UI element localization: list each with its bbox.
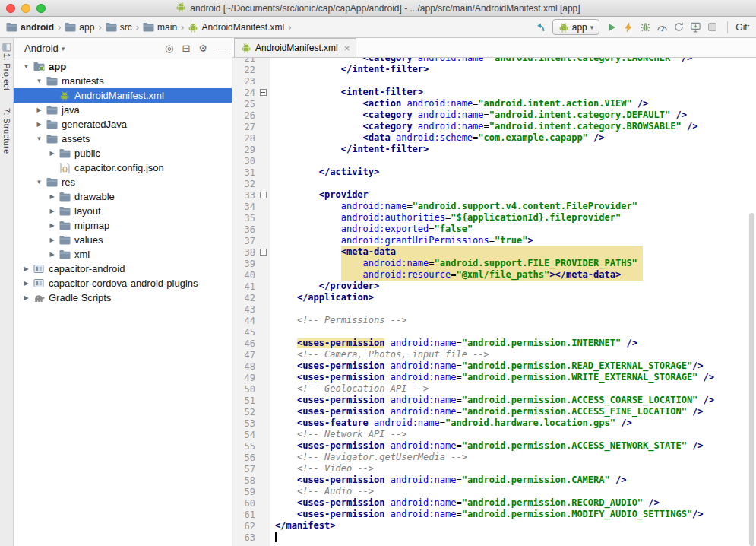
- close-window-button[interactable]: [6, 4, 15, 13]
- chevron-collapsed-icon[interactable]: ▶: [46, 251, 58, 258]
- code-line[interactable]: </intent-filter>: [275, 144, 747, 155]
- line-number[interactable]: 61: [232, 509, 255, 520]
- code-line[interactable]: android:grantUriPermissions="true">: [275, 235, 747, 246]
- line-number[interactable]: 36: [232, 224, 255, 235]
- tree-item-mipmap[interactable]: ▶mipmap: [14, 218, 232, 233]
- code-line[interactable]: [275, 326, 747, 338]
- line-number[interactable]: 42: [232, 293, 255, 303]
- line-number[interactable]: 57: [232, 464, 255, 475]
- chevron-collapsed-icon[interactable]: ▶: [46, 222, 58, 229]
- code-line[interactable]: <meta-data: [275, 246, 747, 258]
- line-number[interactable]: 30: [232, 156, 255, 167]
- line-number[interactable]: 24: [232, 87, 255, 98]
- chevron-collapsed-icon[interactable]: ▶: [33, 106, 45, 113]
- breadcrumb-item[interactable]: AndroidManifest.xml: [186, 21, 286, 33]
- line-number[interactable]: 62: [232, 521, 255, 532]
- tree-item-layout[interactable]: ▶layout: [14, 204, 232, 218]
- code-line[interactable]: [275, 75, 747, 87]
- code-line[interactable]: </activity>: [275, 167, 747, 178]
- line-number[interactable]: 34: [232, 202, 255, 212]
- locate-icon[interactable]: ◎: [165, 43, 173, 54]
- code-line[interactable]: <category android:name="android.intent.c…: [275, 110, 747, 121]
- run-configuration-select[interactable]: app ▾: [552, 19, 600, 35]
- code-line[interactable]: <uses-permission android:name="android.p…: [275, 395, 747, 406]
- tree-item-java[interactable]: ▶java: [14, 103, 232, 117]
- line-number[interactable]: 43: [232, 304, 255, 315]
- code-line[interactable]: <intent-filter>: [275, 87, 747, 98]
- line-number[interactable]: 44: [232, 316, 255, 326]
- project-tool-button[interactable]: 1: Project: [2, 53, 11, 90]
- editor-scrollbar[interactable]: [748, 58, 755, 546]
- code-line[interactable]: android:resource="@xml/file_paths"></met…: [275, 269, 747, 281]
- code-line[interactable]: <category android:name="android.intent.c…: [275, 121, 747, 132]
- attach-debugger-button[interactable]: [688, 20, 703, 35]
- tree-item-capacitor-cordova-android-plugins[interactable]: ▶capacitor-cordova-android-plugins: [14, 276, 232, 290]
- line-number[interactable]: 60: [232, 498, 255, 509]
- code-line[interactable]: <uses-permission android:name="android.p…: [275, 360, 747, 372]
- line-number[interactable]: 48: [232, 361, 255, 372]
- debug-button[interactable]: [637, 20, 653, 35]
- chevron-expanded-icon[interactable]: ▼: [21, 63, 32, 70]
- chevron-expanded-icon[interactable]: ▼: [33, 179, 45, 186]
- tree-item-gradle-scripts[interactable]: ▶Gradle Scripts: [14, 290, 232, 305]
- code-line[interactable]: android:authorities="${applicationId}.fi…: [275, 212, 747, 224]
- code-line[interactable]: <uses-permission android:name="android.p…: [275, 406, 747, 417]
- code-line[interactable]: <provider: [275, 189, 747, 201]
- tree-item-res[interactable]: ▼res: [14, 175, 232, 189]
- settings-gear-icon[interactable]: ⚙: [198, 43, 207, 54]
- line-number[interactable]: 46: [232, 338, 255, 349]
- line-number[interactable]: 54: [232, 430, 255, 440]
- fold-marker-icon[interactable]: [260, 192, 267, 198]
- line-number[interactable]: 37: [232, 236, 255, 246]
- code-line[interactable]: [275, 155, 747, 167]
- line-number[interactable]: 32: [232, 179, 255, 189]
- code-line[interactable]: <uses-feature android:name="android.hard…: [275, 417, 747, 429]
- chevron-expanded-icon[interactable]: ▼: [33, 78, 45, 84]
- line-number[interactable]: 47: [232, 350, 255, 360]
- fold-marker-icon[interactable]: [260, 249, 267, 256]
- line-number[interactable]: 50: [232, 384, 255, 395]
- sync-gradle-button[interactable]: [671, 20, 686, 35]
- tree-item-generatedjava[interactable]: ▶generatedJava: [14, 117, 232, 132]
- line-number[interactable]: 55: [232, 441, 255, 452]
- breadcrumb-item[interactable]: android: [5, 21, 55, 33]
- line-number[interactable]: 31: [232, 167, 255, 178]
- code-line[interactable]: <!-- Permissions -->: [275, 315, 747, 326]
- line-number[interactable]: 35: [232, 213, 255, 224]
- apply-changes-button[interactable]: [621, 20, 636, 35]
- code-line[interactable]: <uses-permission android:name="android.p…: [275, 509, 747, 520]
- line-number[interactable]: 33: [232, 190, 255, 201]
- code-line[interactable]: android:name="android.support.v4.content…: [275, 201, 747, 212]
- code-line[interactable]: </provider>: [275, 281, 747, 292]
- line-number[interactable]: 25: [232, 99, 255, 110]
- code-line[interactable]: [275, 178, 747, 189]
- code-line[interactable]: <data android:scheme="com.example.capapp…: [275, 132, 747, 144]
- minimize-window-button[interactable]: [21, 4, 30, 13]
- tree-item-public[interactable]: ▶public: [14, 146, 232, 160]
- code-line[interactable]: <!-- Navigator.getUserMedia -->: [275, 452, 747, 463]
- code-line[interactable]: <action android:name="android.intent.act…: [275, 98, 747, 110]
- code-line[interactable]: [275, 303, 747, 315]
- code-line[interactable]: <!-- Audio -->: [275, 486, 747, 497]
- code-line[interactable]: <uses-permission android:name="android.p…: [275, 338, 747, 349]
- code-line[interactable]: [275, 532, 747, 543]
- stop-button[interactable]: [704, 20, 720, 35]
- tree-item-drawable[interactable]: ▶drawable: [14, 189, 232, 204]
- chevron-expanded-icon[interactable]: ▼: [33, 135, 45, 142]
- chevron-collapsed-icon[interactable]: ▶: [46, 193, 58, 200]
- line-number[interactable]: 40: [232, 270, 255, 281]
- line-number[interactable]: 22: [232, 65, 255, 75]
- tree-item-manifests[interactable]: ▼manifests: [14, 74, 232, 88]
- collapse-all-icon[interactable]: ⊟: [182, 43, 190, 54]
- tree-item-app[interactable]: ▼app: [14, 59, 232, 74]
- line-number[interactable]: 26: [232, 110, 255, 121]
- code-line[interactable]: <!-- Network API -->: [275, 429, 747, 440]
- tab-androidmanifest[interactable]: AndroidManifest.xml ×: [234, 38, 356, 57]
- line-number[interactable]: 23: [232, 76, 255, 87]
- project-view-selector[interactable]: Android ▾: [24, 43, 65, 54]
- code-line[interactable]: <!-- Camera, Photos, input file -->: [275, 349, 747, 360]
- line-number[interactable]: 58: [232, 475, 255, 486]
- line-number[interactable]: 28: [232, 133, 255, 144]
- chevron-collapsed-icon[interactable]: ▶: [21, 294, 32, 301]
- chevron-collapsed-icon[interactable]: ▶: [46, 208, 58, 214]
